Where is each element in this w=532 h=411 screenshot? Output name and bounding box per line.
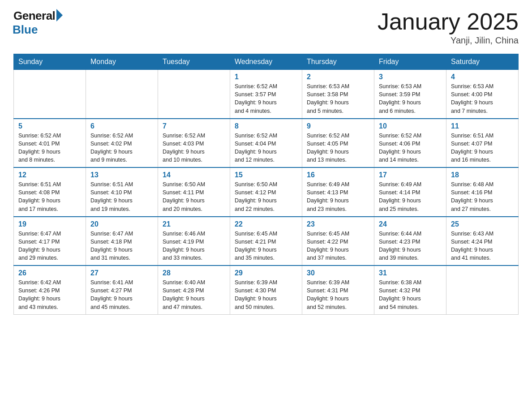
day-info: Sunrise: 6:52 AM Sunset: 4:06 PM Dayligh… — [379, 132, 442, 164]
day-info: Sunrise: 6:45 AM Sunset: 4:22 PM Dayligh… — [307, 230, 369, 262]
title-block: January 2025 Yanji, Jilin, China — [378, 9, 519, 46]
day-number: 31 — [379, 269, 442, 277]
day-number: 12 — [18, 171, 81, 179]
day-number: 26 — [18, 269, 81, 277]
calendar-day-cell: 18Sunrise: 6:48 AM Sunset: 4:16 PM Dayli… — [446, 167, 519, 217]
day-info: Sunrise: 6:42 AM Sunset: 4:26 PM Dayligh… — [18, 278, 81, 311]
day-info: Sunrise: 6:41 AM Sunset: 4:27 PM Dayligh… — [90, 278, 153, 311]
day-info: Sunrise: 6:52 AM Sunset: 4:03 PM Dayligh… — [163, 132, 225, 164]
weekday-header: Sunday — [14, 54, 86, 70]
calendar-day-cell: 20Sunrise: 6:47 AM Sunset: 4:18 PM Dayli… — [86, 217, 158, 266]
calendar-day-cell: 29Sunrise: 6:39 AM Sunset: 4:30 PM Dayli… — [230, 265, 302, 314]
day-number: 15 — [235, 171, 297, 179]
logo-blue-text: Blue — [13, 23, 38, 37]
weekday-header: Saturday — [446, 54, 519, 70]
day-number: 9 — [307, 122, 369, 130]
day-number: 4 — [451, 73, 514, 81]
day-info: Sunrise: 6:38 AM Sunset: 4:32 PM Dayligh… — [379, 278, 442, 311]
day-info: Sunrise: 6:53 AM Sunset: 3:58 PM Dayligh… — [307, 82, 369, 115]
day-info: Sunrise: 6:48 AM Sunset: 4:16 PM Dayligh… — [451, 180, 514, 213]
calendar-day-cell — [446, 265, 519, 314]
calendar-day-cell: 23Sunrise: 6:45 AM Sunset: 4:22 PM Dayli… — [302, 217, 374, 266]
day-number: 21 — [163, 220, 225, 228]
calendar-day-cell: 4Sunrise: 6:53 AM Sunset: 4:00 PM Daylig… — [446, 70, 519, 119]
day-number: 7 — [163, 122, 225, 130]
day-number: 2 — [307, 73, 369, 81]
day-number: 18 — [451, 171, 514, 179]
calendar-day-cell: 26Sunrise: 6:42 AM Sunset: 4:26 PM Dayli… — [14, 265, 86, 314]
calendar-week-row: 5Sunrise: 6:52 AM Sunset: 4:01 PM Daylig… — [14, 119, 519, 168]
calendar-day-cell: 21Sunrise: 6:46 AM Sunset: 4:19 PM Dayli… — [158, 217, 230, 266]
day-info: Sunrise: 6:43 AM Sunset: 4:24 PM Dayligh… — [451, 230, 514, 262]
day-info: Sunrise: 6:53 AM Sunset: 4:00 PM Dayligh… — [451, 82, 514, 115]
calendar-day-cell — [158, 70, 230, 119]
day-info: Sunrise: 6:39 AM Sunset: 4:31 PM Dayligh… — [307, 278, 369, 311]
calendar-week-row: 19Sunrise: 6:47 AM Sunset: 4:17 PM Dayli… — [14, 217, 519, 266]
calendar-day-cell — [86, 70, 158, 119]
calendar-day-cell: 5Sunrise: 6:52 AM Sunset: 4:01 PM Daylig… — [14, 119, 86, 168]
day-number: 3 — [379, 73, 442, 81]
calendar-day-cell: 12Sunrise: 6:51 AM Sunset: 4:08 PM Dayli… — [14, 167, 86, 217]
day-number: 20 — [90, 220, 153, 228]
day-info: Sunrise: 6:40 AM Sunset: 4:28 PM Dayligh… — [163, 278, 225, 311]
logo-general-text: General — [13, 9, 55, 23]
calendar-day-cell: 19Sunrise: 6:47 AM Sunset: 4:17 PM Dayli… — [14, 217, 86, 266]
day-info: Sunrise: 6:52 AM Sunset: 4:05 PM Dayligh… — [307, 132, 369, 164]
weekday-header: Friday — [374, 54, 446, 70]
day-number: 23 — [307, 220, 369, 228]
day-info: Sunrise: 6:51 AM Sunset: 4:10 PM Dayligh… — [90, 180, 153, 213]
calendar-day-cell: 10Sunrise: 6:52 AM Sunset: 4:06 PM Dayli… — [374, 119, 446, 168]
page-header: General Blue January 2025 Yanji, Jilin, … — [13, 9, 519, 46]
day-number: 28 — [163, 269, 225, 277]
calendar-day-cell: 16Sunrise: 6:49 AM Sunset: 4:13 PM Dayli… — [302, 167, 374, 217]
day-number: 10 — [379, 122, 442, 130]
calendar-day-cell — [14, 70, 86, 119]
day-number: 19 — [18, 220, 81, 228]
day-number: 17 — [379, 171, 442, 179]
calendar-table: SundayMondayTuesdayWednesdayThursdayFrid… — [13, 54, 519, 315]
day-number: 11 — [451, 122, 514, 130]
calendar-day-cell: 25Sunrise: 6:43 AM Sunset: 4:24 PM Dayli… — [446, 217, 519, 266]
calendar-day-cell: 14Sunrise: 6:50 AM Sunset: 4:11 PM Dayli… — [158, 167, 230, 217]
day-info: Sunrise: 6:44 AM Sunset: 4:23 PM Dayligh… — [379, 230, 442, 262]
weekday-header: Thursday — [302, 54, 374, 70]
day-info: Sunrise: 6:47 AM Sunset: 4:18 PM Dayligh… — [90, 230, 153, 262]
logo-triangle-icon — [56, 9, 63, 21]
calendar-day-cell: 7Sunrise: 6:52 AM Sunset: 4:03 PM Daylig… — [158, 119, 230, 168]
day-info: Sunrise: 6:52 AM Sunset: 4:02 PM Dayligh… — [90, 132, 153, 164]
calendar-day-cell: 1Sunrise: 6:52 AM Sunset: 3:57 PM Daylig… — [230, 70, 302, 119]
logo: General Blue — [13, 9, 63, 37]
day-info: Sunrise: 6:49 AM Sunset: 4:14 PM Dayligh… — [379, 180, 442, 213]
calendar-day-cell: 13Sunrise: 6:51 AM Sunset: 4:10 PM Dayli… — [86, 167, 158, 217]
calendar-week-row: 1Sunrise: 6:52 AM Sunset: 3:57 PM Daylig… — [14, 70, 519, 119]
calendar-day-cell: 15Sunrise: 6:50 AM Sunset: 4:12 PM Dayli… — [230, 167, 302, 217]
day-info: Sunrise: 6:51 AM Sunset: 4:08 PM Dayligh… — [18, 180, 81, 213]
calendar-day-cell: 28Sunrise: 6:40 AM Sunset: 4:28 PM Dayli… — [158, 265, 230, 314]
day-number: 8 — [235, 122, 297, 130]
day-number: 30 — [307, 269, 369, 277]
day-number: 5 — [18, 122, 81, 130]
day-info: Sunrise: 6:47 AM Sunset: 4:17 PM Dayligh… — [18, 230, 81, 262]
day-info: Sunrise: 6:52 AM Sunset: 4:04 PM Dayligh… — [235, 132, 297, 164]
day-info: Sunrise: 6:45 AM Sunset: 4:21 PM Dayligh… — [235, 230, 297, 262]
day-info: Sunrise: 6:51 AM Sunset: 4:07 PM Dayligh… — [451, 132, 514, 164]
day-number: 13 — [90, 171, 153, 179]
day-number: 24 — [379, 220, 442, 228]
calendar-day-cell: 2Sunrise: 6:53 AM Sunset: 3:58 PM Daylig… — [302, 70, 374, 119]
day-info: Sunrise: 6:53 AM Sunset: 3:59 PM Dayligh… — [379, 82, 442, 115]
day-info: Sunrise: 6:46 AM Sunset: 4:19 PM Dayligh… — [163, 230, 225, 262]
day-number: 6 — [90, 122, 153, 130]
calendar-day-cell: 8Sunrise: 6:52 AM Sunset: 4:04 PM Daylig… — [230, 119, 302, 168]
day-number: 22 — [235, 220, 297, 228]
day-number: 1 — [235, 73, 297, 81]
day-number: 27 — [90, 269, 153, 277]
calendar-header-row: SundayMondayTuesdayWednesdayThursdayFrid… — [14, 54, 519, 70]
calendar-day-cell: 22Sunrise: 6:45 AM Sunset: 4:21 PM Dayli… — [230, 217, 302, 266]
calendar-week-row: 26Sunrise: 6:42 AM Sunset: 4:26 PM Dayli… — [14, 265, 519, 314]
calendar-day-cell: 30Sunrise: 6:39 AM Sunset: 4:31 PM Dayli… — [302, 265, 374, 314]
day-info: Sunrise: 6:52 AM Sunset: 3:57 PM Dayligh… — [235, 82, 297, 115]
day-number: 25 — [451, 220, 514, 228]
day-number: 14 — [163, 171, 225, 179]
calendar-week-row: 12Sunrise: 6:51 AM Sunset: 4:08 PM Dayli… — [14, 167, 519, 217]
calendar-day-cell: 27Sunrise: 6:41 AM Sunset: 4:27 PM Dayli… — [86, 265, 158, 314]
